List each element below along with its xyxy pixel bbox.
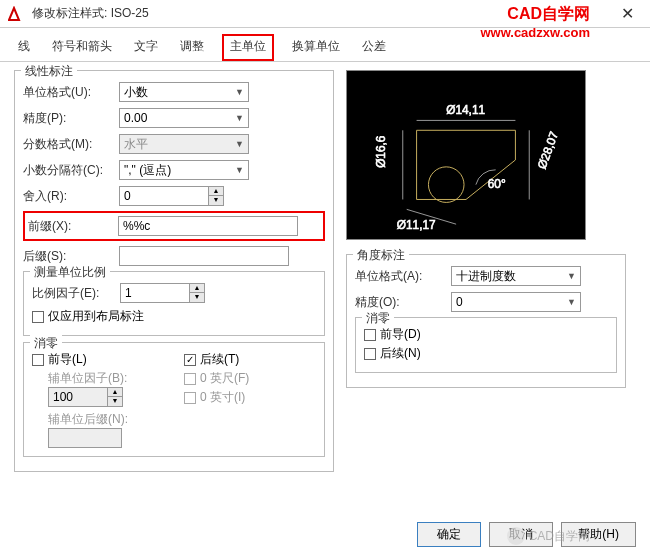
trailing-label: 后续(T): [200, 351, 239, 368]
spin-up-icon[interactable]: ▲: [209, 187, 223, 196]
angular-zero-title: 消零: [362, 310, 394, 327]
zero-ft-label: 0 英尺(F): [200, 370, 249, 387]
tab-text[interactable]: 文字: [130, 34, 162, 61]
watermark: CAD自学网: [507, 527, 590, 545]
ok-button[interactable]: 确定: [417, 522, 481, 547]
chevron-down-icon: ▼: [567, 271, 576, 281]
prefix-input[interactable]: [118, 216, 298, 236]
fraction-format-label: 分数格式(M):: [23, 136, 119, 153]
preview-panel: Ø14,11 Ø16,6 Ø11,17 Ø28,07 60°: [346, 70, 586, 240]
layout-only-checkbox[interactable]: [32, 311, 44, 323]
zero-suppress-group: 消零 前导(L) 辅单位因子(B): ▲▼: [23, 342, 325, 457]
zero-in-checkbox: [184, 392, 196, 404]
scale-title: 测量单位比例: [30, 264, 110, 281]
subunit-suffix-input: [48, 428, 122, 448]
angular-trailing-checkbox[interactable]: [364, 348, 376, 360]
svg-text:Ø11,17: Ø11,17: [397, 218, 436, 232]
angular-leading-label: 前导(D): [380, 326, 421, 343]
svg-text:Ø28,07: Ø28,07: [535, 130, 561, 171]
angular-trailing-label: 后续(N): [380, 345, 421, 362]
spin-down-icon: ▼: [108, 397, 122, 406]
subunit-factor-spinner: ▲▼: [48, 387, 123, 407]
zero-ft-checkbox: [184, 373, 196, 385]
scale-factor-input[interactable]: [120, 283, 190, 303]
tab-primary-units[interactable]: 主单位: [222, 34, 274, 61]
tab-alternate-units[interactable]: 换算单位: [288, 34, 344, 61]
tab-fit[interactable]: 调整: [176, 34, 208, 61]
suffix-label: 后缀(S):: [23, 248, 119, 265]
brand-overlay: CAD自学网 www.cadzxw.com: [480, 4, 590, 40]
angular-precision-label: 精度(O):: [355, 294, 451, 311]
unit-format-label: 单位格式(U):: [23, 84, 119, 101]
linear-title: 线性标注: [21, 63, 77, 80]
scale-factor-spinner[interactable]: ▲▼: [120, 283, 205, 303]
brand-url: www.cadzxw.com: [480, 25, 590, 40]
trailing-checkbox[interactable]: [184, 354, 196, 366]
angular-format-combo[interactable]: 十进制度数▼: [451, 266, 581, 286]
leading-label: 前导(L): [48, 351, 87, 368]
roundoff-label: 舍入(R):: [23, 188, 119, 205]
chevron-down-icon: ▼: [567, 297, 576, 307]
angular-title: 角度标注: [353, 247, 409, 264]
tab-symbols[interactable]: 符号和箭头: [48, 34, 116, 61]
zero-in-label: 0 英寸(I): [200, 389, 245, 406]
layout-only-label: 仅应用到布局标注: [48, 308, 144, 325]
watermark-icon: [507, 527, 525, 545]
svg-point-0: [428, 167, 464, 203]
chevron-down-icon: ▼: [235, 139, 244, 149]
decimal-sep-label: 小数分隔符(C):: [23, 162, 119, 179]
leading-checkbox[interactable]: [32, 354, 44, 366]
angular-precision-combo[interactable]: 0▼: [451, 292, 581, 312]
spin-up-icon[interactable]: ▲: [190, 284, 204, 293]
chevron-down-icon: ▼: [235, 113, 244, 123]
tab-tolerance[interactable]: 公差: [358, 34, 390, 61]
linear-dimensions-group: 线性标注 单位格式(U): 小数▼ 精度(P): 0.00▼ 分数格式(M): …: [14, 70, 334, 472]
scale-factor-label: 比例因子(E):: [32, 285, 120, 302]
app-icon: [8, 6, 26, 22]
decimal-sep-combo[interactable]: "," (逗点)▼: [119, 160, 249, 180]
brand-title: CAD自学网: [480, 4, 590, 25]
roundoff-input[interactable]: [119, 186, 209, 206]
precision-label: 精度(P):: [23, 110, 119, 127]
prefix-label: 前缀(X):: [28, 218, 118, 235]
spin-down-icon[interactable]: ▼: [209, 196, 223, 205]
angular-dimensions-group: 角度标注 单位格式(A): 十进制度数▼ 精度(O): 0▼ 消零 前导(D) …: [346, 254, 626, 388]
tab-lines[interactable]: 线: [14, 34, 34, 61]
svg-text:60°: 60°: [488, 177, 506, 191]
angular-format-label: 单位格式(A):: [355, 268, 451, 285]
chevron-down-icon: ▼: [235, 87, 244, 97]
chevron-down-icon: ▼: [235, 165, 244, 175]
subunit-suffix-label: 辅单位后缀(N):: [48, 411, 164, 428]
spin-up-icon: ▲: [108, 388, 122, 397]
spin-down-icon[interactable]: ▼: [190, 293, 204, 302]
precision-combo[interactable]: 0.00▼: [119, 108, 249, 128]
measurement-scale-group: 测量单位比例 比例因子(E): ▲▼ 仅应用到布局标注: [23, 271, 325, 336]
svg-text:Ø16,6: Ø16,6: [374, 135, 388, 168]
fraction-format-combo: 水平▼: [119, 134, 249, 154]
close-icon[interactable]: ✕: [613, 4, 642, 23]
subunit-factor-label: 辅单位因子(B):: [48, 370, 164, 387]
angular-zero-group: 消零 前导(D) 后续(N): [355, 317, 617, 373]
subunit-factor-input: [48, 387, 108, 407]
angular-leading-checkbox[interactable]: [364, 329, 376, 341]
suffix-input[interactable]: [119, 246, 289, 266]
unit-format-combo[interactable]: 小数▼: [119, 82, 249, 102]
roundoff-spinner[interactable]: ▲▼: [119, 186, 224, 206]
zero-title: 消零: [30, 335, 62, 352]
svg-text:Ø14,11: Ø14,11: [446, 103, 485, 117]
